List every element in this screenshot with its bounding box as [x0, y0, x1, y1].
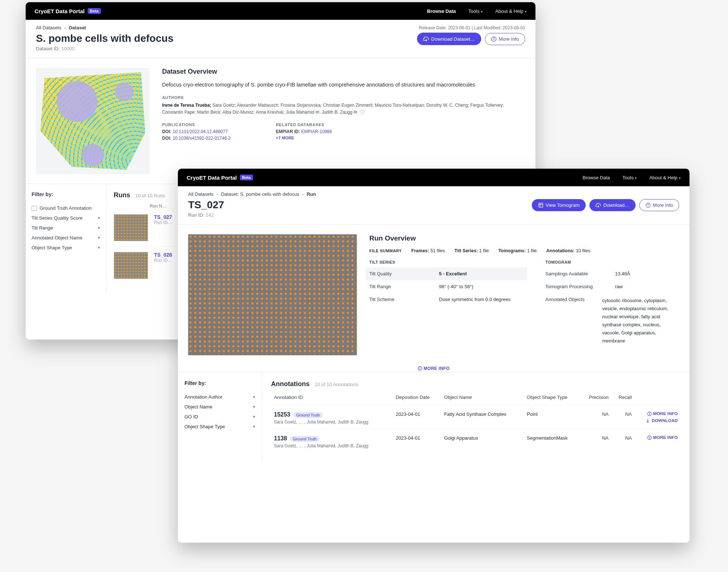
- chevron-down-icon: ▾: [679, 176, 681, 180]
- chevron-down-icon: ▾: [253, 404, 255, 409]
- tomogram-label: TOMOGRAM: [545, 260, 679, 264]
- nav-tools[interactable]: Tools▾: [468, 8, 483, 14]
- chevron-down-icon: ▾: [253, 414, 255, 419]
- filter-row[interactable]: Object Name▾: [184, 402, 255, 412]
- chevron-down-icon: ▾: [253, 424, 255, 429]
- doi-link[interactable]: 10.1101/2022.04.12.488077: [173, 129, 228, 134]
- ground-truth-badge: Ground Truth: [293, 412, 323, 418]
- run-name[interactable]: TS_027: [154, 214, 172, 220]
- cloud-download-icon: [423, 36, 429, 42]
- filter-heading: Filter by:: [32, 191, 100, 197]
- chevron-down-icon: ▾: [98, 216, 100, 220]
- run-name[interactable]: TS_028: [154, 252, 172, 258]
- annotation-row: 15253Ground Truth Sara Goetz, … , Julia …: [271, 405, 681, 429]
- recall-value: NA: [611, 429, 634, 452]
- download-icon: ⭳: [646, 418, 650, 423]
- precision-value: NA: [581, 405, 611, 429]
- precision-value: NA: [581, 429, 611, 452]
- chevron-down-icon: ▾: [525, 10, 527, 14]
- related-db-label: RELATED DATABASES: [276, 122, 367, 127]
- nav-about[interactable]: About & Help▾: [649, 175, 681, 180]
- chevron-down-icon: ▾: [635, 176, 637, 180]
- page-header: S. pombe cells with defocus Dataset ID:1…: [26, 30, 535, 58]
- row-more-info[interactable]: ⓘ MORE INFO: [638, 435, 678, 441]
- row-more-info[interactable]: ⓘ MORE INFO: [638, 411, 678, 417]
- svg-rect-3: [538, 203, 542, 207]
- object-name: Golgi Apparatus: [441, 429, 524, 452]
- info-icon: ⓘ: [647, 435, 652, 441]
- object-name: Fatty Acid Synthase Complex: [441, 405, 524, 429]
- chevron-right-icon: ›: [64, 25, 66, 30]
- breadcrumb-bar: All Datasets › Dataset Release Date: 202…: [26, 20, 535, 30]
- run-id-sub: Run ID…: [154, 220, 172, 225]
- authors-label: AUTHORS: [162, 95, 525, 100]
- column-header: Annotation ID: [271, 392, 393, 405]
- filter-row[interactable]: Object Shape Type▾: [32, 243, 100, 253]
- file-summary: FILE SUMMARY Frames: 51 files Tilt Serie…: [369, 248, 679, 253]
- grid-icon: [538, 202, 544, 208]
- chevron-down-icon: ▾: [98, 235, 100, 240]
- row-download[interactable]: ⭳ DOWNLOAD: [638, 418, 678, 423]
- authors-list: Irene de Teresa Trueba; Sara Goetz; Alex…: [162, 102, 525, 115]
- tomogram-table: Samplings Available13.48Å Tomogram Proce…: [545, 267, 679, 349]
- object-shape: Point: [524, 405, 581, 429]
- more-info-expand[interactable]: ⓘ MORE INFO: [178, 365, 689, 372]
- overview-heading: Dataset Overview: [162, 68, 525, 76]
- more-info-button[interactable]: More Info: [485, 33, 525, 45]
- annotation-id: 1138: [274, 435, 287, 441]
- info-icon[interactable]: ⓘ: [360, 109, 365, 116]
- download-dataset-button[interactable]: Download Dataset…: [417, 33, 481, 45]
- info-icon: ⓘ: [647, 411, 652, 417]
- nav-about[interactable]: About & Help▾: [495, 8, 527, 14]
- filter-row[interactable]: Annotation Author▾: [184, 392, 255, 402]
- column-header: Object Shape Type: [524, 392, 581, 405]
- run-filters: Filter by: Ground Truth Annotation Tilt …: [26, 184, 106, 292]
- nav-browse[interactable]: Browse Data: [583, 175, 610, 180]
- filter-row[interactable]: Tilt Range▾: [32, 223, 100, 233]
- dataset-id: Dataset ID:10000: [36, 46, 173, 51]
- annotations-table: Annotation IDDeposition DateObject NameO…: [271, 392, 681, 452]
- release-dates: Release Date: 2023-06-01 | Last Modified…: [419, 25, 525, 30]
- checkbox-icon[interactable]: [32, 206, 37, 211]
- chevron-right-icon: ›: [302, 191, 304, 197]
- filter-ground-truth[interactable]: Ground Truth Annotation: [32, 203, 100, 213]
- annotation-filters: Filter by: Annotation Author▾Object Name…: [178, 372, 262, 460]
- breadcrumb-root[interactable]: All Datasets: [188, 191, 213, 197]
- tilt-series-table: Tilt Quality5 - Excellent Tilt Range98° …: [369, 267, 523, 306]
- breadcrumb-current: Dataset: [69, 25, 86, 30]
- doi-row: DOI: 10.1101/2022.04.12.488077: [162, 129, 254, 134]
- chevron-down-icon: ▾: [98, 245, 100, 250]
- svg-point-8: [648, 204, 648, 204]
- chevron-down-icon: ▾: [98, 225, 100, 230]
- brand: CryoET Data Portal: [187, 175, 237, 181]
- download-run-button[interactable]: Download…: [589, 199, 636, 211]
- breadcrumb-root[interactable]: All Datasets: [36, 25, 61, 30]
- ground-truth-badge: Ground Truth: [290, 436, 320, 442]
- empiar-link[interactable]: EMPIAR-10988: [301, 129, 332, 134]
- dataset-thumbnail: [36, 68, 150, 174]
- info-icon: ⓘ: [418, 366, 424, 371]
- breadcrumb-dataset[interactable]: Dataset: S. pombe cells with defocus: [221, 191, 299, 197]
- empiar-row: EMPIAR ID: EMPIAR-10988: [276, 129, 367, 134]
- run-window: CryoET Data Portal Beta Browse Data Tool…: [178, 169, 689, 543]
- column-header: Deposition Date: [393, 392, 441, 405]
- nav-browse[interactable]: Browse Data: [427, 8, 456, 14]
- filter-row[interactable]: Annotated Object Name▾: [32, 233, 100, 243]
- doi-link[interactable]: 10.1038/s41592-022-01746-2: [173, 136, 231, 141]
- nav-tools[interactable]: Tools▾: [622, 175, 637, 180]
- filter-row[interactable]: Tilt Series Quality Score▾: [32, 213, 100, 223]
- brand: CryoET Data Portal: [34, 8, 85, 14]
- more-databases-link[interactable]: +7 MORE: [276, 136, 367, 140]
- filter-heading: Filter by:: [184, 380, 255, 386]
- more-info-button[interactable]: More Info: [639, 199, 679, 211]
- chevron-right-icon: ›: [216, 191, 218, 197]
- page-title: TS_027: [188, 199, 224, 211]
- run-overview: Run Overview FILE SUMMARY Frames: 51 fil…: [178, 225, 689, 360]
- filter-row[interactable]: Object Shape Type▾: [184, 422, 255, 432]
- run-thumbnail: [188, 234, 357, 355]
- filter-row[interactable]: GO ID▾: [184, 412, 255, 422]
- tilt-series-label: TILT SERIES: [369, 260, 523, 264]
- run-thumbnail: [114, 252, 148, 279]
- view-tomogram-button[interactable]: View Tomogram: [532, 199, 586, 211]
- run-overview-heading: Run Overview: [369, 234, 679, 242]
